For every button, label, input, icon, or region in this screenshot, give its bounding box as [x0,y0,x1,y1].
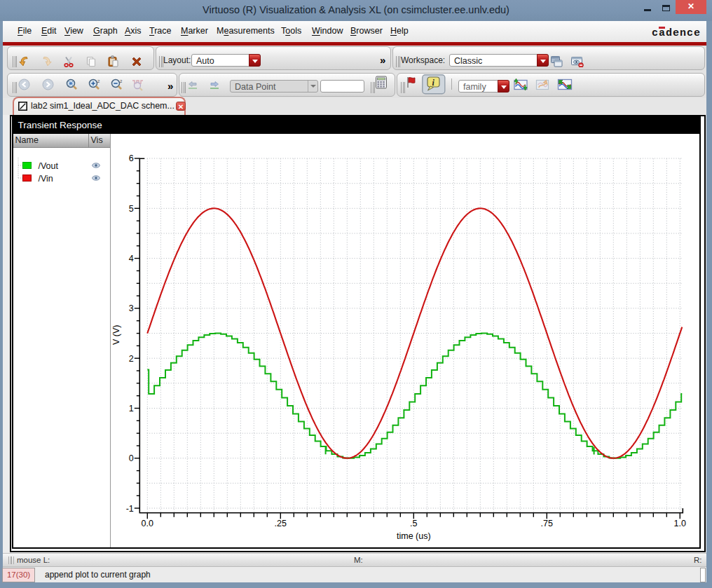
svg-text:0.0: 0.0 [141,519,153,528]
svg-text:1: 1 [128,404,133,413]
svg-text:2: 2 [120,79,123,83]
svg-text:2: 2 [128,354,133,364]
svg-text:1.0: 1.0 [673,519,685,528]
svg-text:0: 0 [128,453,133,463]
svg-text:6: 6 [128,154,133,164]
svg-text:4: 4 [128,254,133,264]
svg-text:5: 5 [128,204,133,214]
svg-text:time (us): time (us) [396,531,430,541]
svg-text:-1: -1 [125,504,133,514]
svg-text:.25: .25 [274,519,286,528]
svg-text:3: 3 [128,303,133,313]
svg-text:.75: .75 [540,519,552,528]
svg-text:2: 2 [97,79,100,83]
svg-text:V (V): V (V) [111,325,121,345]
svg-text:.5: .5 [410,519,417,528]
